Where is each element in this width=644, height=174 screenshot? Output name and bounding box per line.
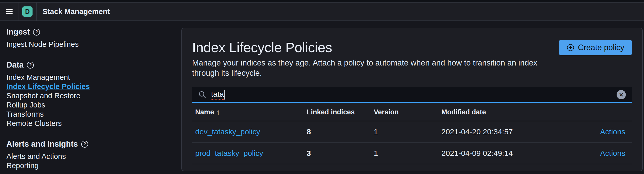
sidebar: Ingest ? Ingest Node Pipelines Data ? In…	[0, 21, 181, 173]
sidebar-item-alerts-and-actions[interactable]: Alerts and Actions	[6, 152, 66, 161]
sidebar-group-header: Ingest ?	[6, 28, 181, 36]
page-title: Index Lifecycle Policies	[192, 39, 559, 55]
sidebar-item-index-lifecycle-policies[interactable]: Index Lifecycle Policies	[6, 82, 90, 91]
help-icon[interactable]: ?	[81, 141, 88, 148]
sidebar-item-ingest-node-pipelines[interactable]: Ingest Node Pipelines	[6, 40, 79, 49]
main-content: Index Lifecycle Policies Manage your ind…	[181, 21, 644, 173]
column-header-modified-date[interactable]: Modified date	[441, 108, 581, 116]
sidebar-group-header: Data ?	[6, 61, 181, 69]
hamburger-icon	[6, 8, 13, 15]
index-lifecycle-policies-panel: Index Lifecycle Policies Manage your ind…	[181, 28, 643, 171]
sidebar-item-snapshot-and-restore[interactable]: Snapshot and Restore	[6, 91, 80, 100]
app-header: D Stack Management	[0, 2, 644, 21]
sidebar-item-reporting[interactable]: Reporting	[6, 161, 39, 170]
table-row: prod_tatasky_policy 3 1 2021-04-09 02:49…	[192, 143, 632, 164]
header-divider	[36, 3, 37, 20]
linked-indices-value: 8	[307, 127, 374, 136]
help-icon[interactable]: ?	[27, 62, 34, 69]
search-icon	[198, 91, 206, 99]
text-caret	[224, 90, 225, 100]
policies-table: Name↑ Linked indices Version Modified da…	[192, 103, 632, 164]
page-title-block: Index Lifecycle Policies Manage your ind…	[192, 39, 559, 78]
sidebar-item-transforms[interactable]: Transforms	[6, 110, 44, 119]
column-header-version[interactable]: Version	[374, 108, 441, 116]
breadcrumb-title: Stack Management	[43, 3, 110, 20]
row-actions-link[interactable]: Actions	[600, 149, 625, 157]
sidebar-group-label: Alerts and Insights	[6, 140, 78, 148]
space-badge: D	[22, 6, 33, 17]
sidebar-group-data: Data ? Index Management Index Lifecycle …	[6, 61, 181, 128]
column-header-name[interactable]: Name↑	[192, 108, 307, 116]
clear-search-button[interactable]: ✕	[617, 90, 626, 99]
linked-indices-value: 3	[307, 149, 374, 158]
create-policy-button-label: Create policy	[578, 43, 624, 52]
create-policy-button[interactable]: Create policy	[559, 40, 632, 55]
sidebar-group-ingest: Ingest ? Ingest Node Pipelines	[6, 28, 181, 49]
sidebar-item-index-management[interactable]: Index Management	[6, 73, 70, 82]
policy-name-link[interactable]: dev_tatasky_policy	[195, 127, 260, 136]
sidebar-item-rollup-jobs[interactable]: Rollup Jobs	[6, 100, 45, 110]
modified-date-value: 2021-04-09 02:49:14	[441, 149, 581, 158]
plus-in-circle-icon	[567, 44, 574, 51]
column-header-linked-indices[interactable]: Linked indices	[307, 108, 374, 116]
sidebar-group-header: Alerts and Insights ?	[6, 140, 181, 148]
sidebar-item-remote-clusters[interactable]: Remote Clusters	[6, 119, 62, 128]
page-description: Manage your indices as they age. Attach …	[192, 58, 559, 78]
sidebar-group-label: Data	[6, 61, 24, 69]
version-value: 1	[374, 127, 441, 136]
menu-button[interactable]	[0, 3, 18, 20]
sort-ascending-icon: ↑	[217, 108, 220, 116]
sidebar-group-label: Ingest	[6, 28, 30, 36]
search-value: tata	[211, 90, 224, 98]
modified-date-value: 2021-04-20 20:34:57	[441, 127, 581, 136]
table-row: dev_tatasky_policy 8 1 2021-04-20 20:34:…	[192, 121, 632, 143]
window-top-strip	[0, 0, 644, 2]
policy-name-link[interactable]: prod_tatasky_policy	[195, 149, 263, 157]
sidebar-group-alerts-and-insights: Alerts and Insights ? Alerts and Actions…	[6, 140, 181, 170]
table-header-row: Name↑ Linked indices Version Modified da…	[192, 103, 632, 121]
help-icon[interactable]: ?	[33, 29, 40, 36]
search-input[interactable]: tata ✕	[192, 87, 632, 103]
space-selector[interactable]: D	[18, 3, 36, 20]
row-actions-link[interactable]: Actions	[600, 127, 625, 136]
version-value: 1	[374, 149, 441, 158]
